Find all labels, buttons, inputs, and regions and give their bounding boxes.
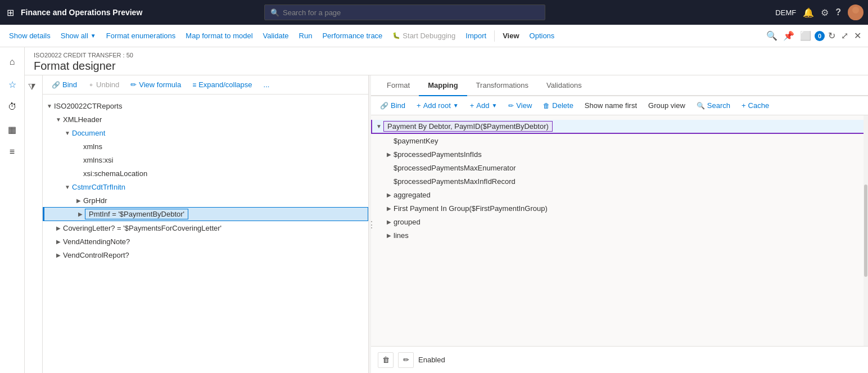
tree-item[interactable]: ▼ Document [43,126,368,140]
run-button[interactable]: Run [295,29,317,42]
right-tree-item[interactable]: ▶ lines [371,228,868,242]
add-button[interactable]: + Add ▼ [465,100,502,111]
search-input[interactable] [283,8,539,17]
right-delete-button[interactable]: 🗑 Delete [539,100,578,111]
tree-expand-icon[interactable]: ▶ [385,150,394,159]
sidebar-clock-icon[interactable]: ⏱ [2,97,22,117]
pin-icon[interactable]: 📌 [781,28,797,43]
search-button[interactable]: 🔍 Search [692,100,735,111]
tree-item[interactable]: xsi:schemaLocation [43,167,368,180]
right-tree-item[interactable]: ▶ grouped [371,215,868,228]
right-tree-item[interactable]: ▶ aggregated [371,188,868,201]
tree-expand-icon[interactable]: ▶ [54,237,63,246]
show-all-button[interactable]: Show all ▼ [56,29,101,42]
scrollbar[interactable] [864,115,868,346]
tree-item[interactable]: xmlns [43,140,368,153]
tree-item[interactable]: ▼ XMLHeader [43,113,368,126]
format-enumerations-button[interactable]: Format enumerations [102,29,180,42]
sidebar-star-icon[interactable]: ☆ [2,74,22,95]
tree-item[interactable]: ▼ CstmrCdtTrfInitn [43,180,368,194]
toolbar-search-icon[interactable]: 🔍 [764,28,780,43]
scrollbar-thumb[interactable] [864,185,867,277]
delete-icon-button[interactable]: 🗑 [378,352,394,368]
gear-icon[interactable]: ⚙ [821,7,829,18]
import-button[interactable]: Import [461,29,491,42]
bind-button[interactable]: 🔗 Bind [47,79,82,91]
tree-expand-icon[interactable]: ▼ [63,128,72,137]
tree-item[interactable]: xmlns:xsi [43,153,368,167]
expand-icon[interactable]: ⬜ [798,28,813,43]
more-button[interactable]: ... [259,79,274,91]
help-icon[interactable]: ? [835,7,841,17]
cache-button[interactable]: + Cache [737,100,774,111]
right-tree-item[interactable]: ▶ First Payment In Group($FirstPaymentIn… [371,201,868,215]
tab-validations[interactable]: Validations [537,75,591,96]
group-view-button[interactable]: Group view [644,100,690,111]
unbind-button[interactable]: ⚬ Unbind [84,79,124,91]
tree-expand-icon[interactable]: ▼ [45,101,54,110]
map-format-to-model-button[interactable]: Map format to model [181,29,257,42]
bottom-bar: 🗑 ✏ Enabled [371,346,868,373]
breadcrumb: ISO20022 CREDIT TRANSFER : 50 [34,52,859,59]
start-debugging-button[interactable]: 🐛 Start Debugging [388,29,460,42]
right-tree-item[interactable]: $paymentKey [371,134,868,147]
tree-item[interactable]: ▼ ISO20022CTReports [43,99,368,113]
right-tree-item[interactable]: $processedPaymentsMaxInfIdRecord [371,174,868,188]
right-view-button[interactable]: ✏ View [504,100,536,111]
tree-expand-icon[interactable]: ▶ [385,204,394,213]
tab-transformations[interactable]: Transformations [467,75,537,96]
tree-item[interactable]: ▶ VendAttendingNote? [43,235,368,248]
app-grid-icon[interactable]: ⊞ [4,5,16,20]
fullscreen-icon[interactable]: ⤢ [839,28,851,43]
trash-icon: 🗑 [382,356,390,364]
right-tree-item[interactable]: ▶ $processedPaymentsInfIds [371,147,868,161]
global-search-bar[interactable]: 🔍 [264,5,545,20]
right-tree-item-payment-by-debtor[interactable]: ▼ Payment By Debtor, PaymID($PaymentByDe… [371,120,868,134]
show-details-button[interactable]: Show details [4,29,55,42]
chevron-down-icon: ▼ [491,102,497,109]
right-bind-button[interactable]: 🔗 Bind [376,100,410,111]
formula-icon: ✏ [130,80,137,89]
right-tree: ▼ Payment By Debtor, PaymID($PaymentByDe… [371,115,868,346]
unlink-icon: ⚬ [88,81,94,89]
tree-item[interactable]: ▶ GrpHdr [43,194,368,207]
tree-expand-icon[interactable]: ▶ [54,223,63,232]
validate-button[interactable]: Validate [259,29,293,42]
tree-expand-icon[interactable]: ▶ [385,217,394,226]
close-icon[interactable]: ✕ [852,28,864,43]
sidebar-home-icon[interactable]: ⌂ [2,52,22,72]
tree-expand-icon[interactable]: ▶ [385,190,394,199]
tree-item[interactable]: ▶ VendControlReport? [43,248,368,262]
tab-mapping[interactable]: Mapping [419,75,467,96]
tree-expand-icon[interactable]: ▶ [385,231,394,240]
view-button[interactable]: View [498,29,523,42]
view-formula-button[interactable]: ✏ View formula [126,79,186,91]
tree-spacer [74,142,83,151]
tree-expand-icon[interactable]: ▼ [54,115,63,124]
tree-item[interactable]: ▶ CoveringLetter? = '$PaymentsForCoverin… [43,221,368,235]
sidebar-calendar-icon[interactable]: ▦ [2,119,22,140]
bell-icon[interactable]: 🔔 [803,7,814,18]
add-root-button[interactable]: + Add root ▼ [412,100,463,111]
tree-expand-icon[interactable]: ▶ [54,250,63,259]
right-tree-item[interactable]: $processedPaymentsMaxEnumerator [371,161,868,174]
filter-icon[interactable]: ⧩ [28,82,35,92]
expand-collapse-button[interactable]: ≡ Expand/collapse [188,79,256,91]
tree-expand-icon[interactable]: ▼ [374,122,383,131]
top-navigation: ⊞ Finance and Operations Preview 🔍 DEMF … [0,0,868,25]
tree-expand-icon[interactable]: ▶ [76,210,85,219]
tab-format[interactable]: Format [378,75,419,96]
tree-expand-icon[interactable]: ▶ [74,196,83,205]
refresh-icon[interactable]: ↻ [826,28,838,43]
show-name-first-button[interactable]: Show name first [580,100,641,111]
pencil-icon: ✏ [508,102,514,110]
edit-icon-button[interactable]: ✏ [398,352,414,368]
user-avatar[interactable] [848,5,864,20]
sidebar-list-icon[interactable]: ≡ [2,142,22,162]
tree-expand-icon[interactable]: ▼ [63,182,72,191]
tree-item-pmtinf[interactable]: ▶ PmtInf = '$PaymentByDebtor' [43,207,368,221]
expand-icon: ≡ [192,81,196,89]
performance-trace-button[interactable]: Performance trace [318,29,387,42]
link-icon: 🔗 [380,102,388,110]
options-button[interactable]: Options [525,29,559,42]
